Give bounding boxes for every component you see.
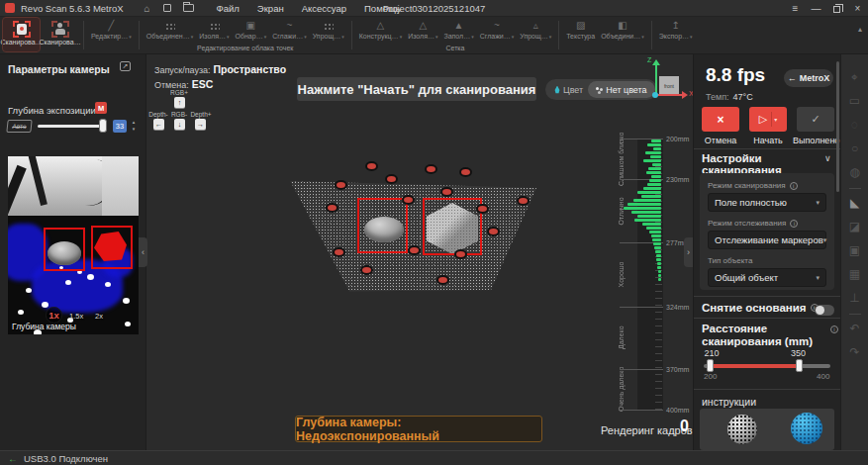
grid-view-icon[interactable]: ▦ bbox=[849, 263, 860, 287]
back-arrow-icon: ← bbox=[788, 73, 797, 83]
axis-gizmo-front-face[interactable]: front bbox=[659, 76, 679, 95]
done-button[interactable]: ✓ bbox=[797, 107, 834, 132]
rect-select-icon[interactable]: ▭ bbox=[849, 90, 860, 114]
info-icon[interactable]: i bbox=[790, 220, 798, 228]
exposure-value[interactable]: 33 bbox=[113, 120, 127, 133]
floor-align-icon[interactable]: ⊥ bbox=[849, 287, 859, 311]
menu-item-1[interactable]: Экран bbox=[248, 3, 293, 14]
menu-item-2[interactable]: Аксессуар bbox=[293, 3, 355, 14]
field-select-1[interactable]: Отслеживание маркеров▾ bbox=[708, 231, 826, 249]
right-panel-collapse-tab[interactable]: › bbox=[684, 237, 693, 267]
histogram-bar bbox=[656, 254, 661, 257]
smooth-mesh-button[interactable]: ~Сглажи…▾ bbox=[477, 17, 518, 45]
base-removal-toggle[interactable] bbox=[815, 305, 834, 316]
key-2[interactable]: → bbox=[195, 119, 206, 130]
manual-mode-badge[interactable]: M bbox=[95, 102, 107, 114]
overlap-detect-button[interactable]: ▣Обнар…▾ bbox=[233, 17, 270, 45]
lasso-select-icon[interactable]: ◌ bbox=[851, 114, 858, 138]
scan-marker bbox=[365, 161, 378, 171]
gauge-tick-label: 230mm bbox=[666, 176, 689, 183]
home-icon[interactable]: ⌂ bbox=[140, 3, 155, 14]
fill-holes-button[interactable]: ▲Запол…▾ bbox=[440, 17, 476, 45]
menu-item-0[interactable]: Файл bbox=[208, 3, 248, 14]
scan-mode-button-1[interactable]: Сканирова… bbox=[3, 18, 40, 51]
bounding-box-icon[interactable]: ▣ bbox=[849, 239, 860, 263]
merge-cloud-button[interactable]: Объединен…▾ bbox=[144, 17, 196, 45]
marker-object-thumbnail[interactable] bbox=[727, 415, 757, 444]
axis-origin-dot bbox=[652, 92, 658, 98]
range-handle-low[interactable] bbox=[707, 359, 714, 372]
cancel-button[interactable]: × bbox=[702, 107, 739, 132]
simplify-cloud-button[interactable]: Упрощ…▾ bbox=[310, 17, 347, 45]
settings-collapse-icon[interactable]: ∨ bbox=[824, 153, 831, 163]
exposure-slider-handle[interactable] bbox=[99, 119, 107, 133]
color-mode-toggle[interactable]: Цвет Нет цвета bbox=[545, 79, 657, 100]
redo-icon[interactable]: ↷ bbox=[849, 341, 859, 365]
cancel-label: Отмена bbox=[698, 136, 743, 145]
x-icon: × bbox=[717, 113, 723, 127]
key-label-2: Depth+ bbox=[188, 111, 214, 118]
toolbar-collapse-icon[interactable]: ▴ bbox=[858, 25, 862, 34]
zoom-2x-button[interactable]: 2x bbox=[95, 312, 103, 321]
color-option[interactable]: Цвет bbox=[545, 85, 588, 95]
marker-dot bbox=[105, 282, 111, 287]
rgb-plus-label: RGB+ bbox=[166, 89, 192, 96]
sphere-select-icon[interactable]: ◍ bbox=[849, 161, 859, 185]
left-panel-collapse-tab[interactable]: ‹ bbox=[139, 237, 147, 267]
edit-button[interactable]: ╱Редактир…▾ bbox=[88, 17, 135, 45]
smooth-cloud-button[interactable]: ~Сглажи…▾ bbox=[269, 17, 310, 45]
marker-dot bbox=[125, 322, 131, 326]
layout-menu-icon[interactable]: ≡ bbox=[785, 3, 806, 14]
tri-icon: △ bbox=[377, 20, 385, 32]
zoom-1.5x-button[interactable]: 1.5x bbox=[69, 312, 83, 321]
exposure-stepper[interactable]: ▴▾ bbox=[130, 118, 138, 134]
no-color-option[interactable]: Нет цвета bbox=[588, 81, 654, 98]
key-1[interactable]: ↓ bbox=[174, 119, 185, 130]
scan-marker bbox=[402, 195, 415, 205]
scan-marker bbox=[360, 265, 373, 275]
flip-view-icon[interactable]: ◪ bbox=[849, 216, 860, 239]
isolate-cloud-button[interactable]: Изоля…▾ bbox=[196, 17, 232, 45]
simplify-mesh-button[interactable]: ▵Упрощ…▾ bbox=[517, 17, 554, 45]
key-0[interactable]: ← bbox=[153, 119, 164, 130]
texture-button[interactable]: ▨Текстура bbox=[563, 17, 598, 45]
gauge-tick bbox=[620, 369, 663, 370]
info-icon[interactable]: i bbox=[790, 182, 798, 190]
auto-exposure-off-icon[interactable]: Авто bbox=[6, 120, 32, 133]
exposure-slider[interactable] bbox=[38, 125, 103, 128]
point-cloud-thumbnail[interactable] bbox=[791, 413, 822, 444]
new-project-icon[interactable] bbox=[159, 3, 175, 14]
export-button[interactable]: ↥Экспор…▾ bbox=[656, 17, 696, 45]
axis-x bbox=[657, 94, 683, 96]
field-select-2[interactable]: Общий объект▾ bbox=[708, 268, 826, 287]
marker-dot bbox=[42, 302, 48, 308]
right-panel-scrollbar[interactable] bbox=[836, 61, 839, 192]
scan-mode-button-2[interactable]: Сканирова… bbox=[42, 18, 78, 51]
rgb-plus-key[interactable]: ↑ bbox=[174, 97, 185, 108]
panel-popout-icon[interactable]: ↗ bbox=[120, 61, 131, 71]
info-icon[interactable]: i bbox=[830, 326, 838, 333]
minimize-button[interactable]: — bbox=[806, 3, 826, 14]
field-select-0[interactable]: Поле полностью▾ bbox=[708, 193, 826, 212]
circle-select-icon[interactable]: ○ bbox=[851, 138, 858, 161]
close-button[interactable]: × bbox=[847, 3, 868, 14]
shaded-view-icon[interactable]: ◣ bbox=[850, 192, 859, 216]
scan-group: Сканирова…Сканирова… bbox=[0, 17, 81, 53]
construct-mesh-button[interactable]: △Конструкц…▾ bbox=[356, 17, 405, 45]
marker-dot bbox=[87, 274, 94, 280]
maximize-button[interactable] bbox=[826, 3, 847, 14]
range-handle-high[interactable] bbox=[796, 359, 803, 372]
merge-mesh-button[interactable]: ◧Объедини…▾ bbox=[598, 17, 647, 45]
instructions-thumbnails[interactable] bbox=[700, 409, 834, 450]
range-max-label: 400 bbox=[817, 372, 829, 381]
start-button[interactable]: ▷▾ bbox=[749, 107, 787, 132]
histogram-bar bbox=[634, 219, 661, 222]
isolate-mesh-button[interactable]: △Изоля…▾ bbox=[405, 17, 440, 45]
pick-select-icon[interactable]: ⌖ bbox=[851, 66, 858, 90]
histogram-bar bbox=[641, 195, 661, 198]
open-folder-icon[interactable] bbox=[183, 4, 194, 12]
device-button[interactable]: ← MetroX bbox=[784, 69, 833, 87]
undo-icon[interactable]: ↶ bbox=[849, 318, 859, 341]
histogram-bar bbox=[653, 242, 661, 245]
histogram-bar bbox=[654, 246, 661, 249]
